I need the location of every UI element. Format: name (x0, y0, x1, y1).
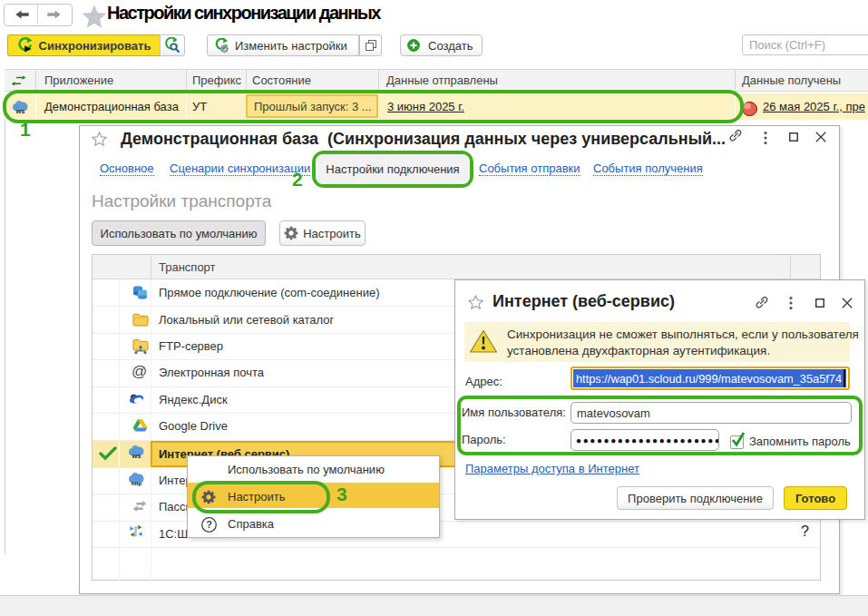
svg-text:http: http (132, 480, 142, 486)
svg-text:ws: ws (131, 452, 141, 459)
svg-text:?: ? (206, 519, 212, 530)
